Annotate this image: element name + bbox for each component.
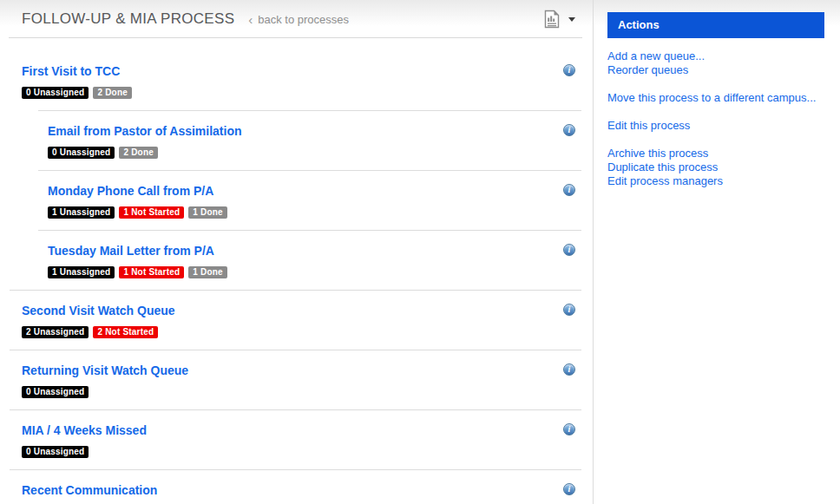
queue-row: Email from Pastor of Assimilation0 Unass… xyxy=(0,111,593,170)
actions-panel-title: Actions xyxy=(607,12,824,38)
badge-done: 1 Done xyxy=(188,266,227,278)
info-icon[interactable]: i xyxy=(563,244,575,256)
badge-not-started: 2 Not Started xyxy=(93,326,158,338)
info-icon-glyph: i xyxy=(568,305,571,314)
info-icon[interactable]: i xyxy=(563,64,575,76)
report-document-icon[interactable] xyxy=(544,10,560,29)
info-icon-glyph: i xyxy=(568,186,571,194)
queue-badges: 1 Unassigned1 Not Started1 Done xyxy=(48,263,575,278)
back-link-label: back to processes xyxy=(258,13,349,26)
queue-row: Tuesday Mail Letter from P/A1 Unassigned… xyxy=(0,231,593,290)
action-group: Add a new queue...Reorder queues xyxy=(607,49,824,77)
queue-badges: 0 Unassigned2 Done xyxy=(48,143,575,159)
badge-done: 2 Done xyxy=(119,147,158,159)
queue-row: First Visit to TCC0 Unassigned2 Donei xyxy=(0,51,593,110)
queue-link[interactable]: Tuesday Mail Letter from P/A xyxy=(48,244,214,259)
badge-unassigned: 0 Unassigned xyxy=(22,386,89,398)
queue-row: Second Visit Watch Queue2 Unassigned2 No… xyxy=(0,291,593,350)
info-icon-glyph: i xyxy=(568,365,571,374)
action-group: Edit this process xyxy=(607,119,824,133)
info-icon[interactable]: i xyxy=(563,483,575,495)
queue-badges: 1 Unassigned1 Not Started1 Done xyxy=(48,203,575,219)
action-link[interactable]: Archive this process xyxy=(607,147,824,160)
info-icon-glyph: i xyxy=(568,425,571,434)
info-icon-glyph: i xyxy=(568,126,571,134)
badge-done: 2 Done xyxy=(93,87,132,99)
action-link[interactable]: Reorder queues xyxy=(607,63,824,77)
badge-unassigned: 2 Unassigned xyxy=(22,326,89,338)
actions-sidebar: Actions Add a new queue...Reorder queues… xyxy=(594,0,840,504)
info-icon[interactable]: i xyxy=(563,304,575,316)
queue-link[interactable]: Second Visit Watch Queue xyxy=(22,304,175,318)
info-icon[interactable]: i xyxy=(563,124,575,136)
page-header: FOLLOW-UP & MIA PROCESS ‹back to process… xyxy=(0,0,593,38)
badge-unassigned: 0 Unassigned xyxy=(22,87,89,99)
queue-row: MIA / 4 Weeks Missed0 Unassignedi xyxy=(0,410,593,469)
info-icon-glyph: i xyxy=(568,485,571,494)
info-icon[interactable]: i xyxy=(563,184,575,196)
page-title: FOLLOW-UP & MIA PROCESS xyxy=(22,10,234,28)
info-icon[interactable]: i xyxy=(563,363,575,376)
queue-badges: 0 Unassigned2 Done xyxy=(22,83,575,99)
action-link[interactable]: Edit process managers xyxy=(607,174,824,188)
badge-unassigned: 0 Unassigned xyxy=(22,446,89,458)
action-group: Move this process to a different campus.… xyxy=(607,91,824,105)
chevron-left-icon: ‹ xyxy=(248,13,253,26)
badge-not-started: 1 Not Started xyxy=(119,206,184,219)
process-page: FOLLOW-UP & MIA PROCESS ‹back to process… xyxy=(0,0,840,504)
main-content: FOLLOW-UP & MIA PROCESS ‹back to process… xyxy=(0,0,594,504)
queue-link[interactable]: Monday Phone Call from P/A xyxy=(48,184,213,199)
badge-done: 1 Done xyxy=(188,206,227,219)
queue-badges: 0 Unassigned xyxy=(22,442,575,458)
caret-down-icon[interactable] xyxy=(568,17,575,22)
actions-panel: Actions Add a new queue...Reorder queues… xyxy=(607,12,824,188)
queue-badges: 0 Unassigned xyxy=(22,383,575,398)
queue-link[interactable]: Email from Pastor of Assimilation xyxy=(48,124,242,139)
queue-list: First Visit to TCC0 Unassigned2 DoneiEma… xyxy=(0,38,593,504)
action-link[interactable]: Move this process to a different campus.… xyxy=(607,91,824,105)
badge-unassigned: 1 Unassigned xyxy=(48,206,115,219)
info-icon-glyph: i xyxy=(568,245,571,254)
actions-links: Add a new queue...Reorder queuesMove thi… xyxy=(607,38,824,188)
info-icon-glyph: i xyxy=(568,66,571,75)
action-link[interactable]: Edit this process xyxy=(607,119,824,133)
action-link[interactable]: Add a new queue... xyxy=(607,49,824,63)
back-to-processes-link[interactable]: ‹back to processes xyxy=(248,13,349,26)
badge-unassigned: 1 Unassigned xyxy=(48,266,115,278)
header-icons xyxy=(544,10,581,29)
queue-link[interactable]: First Visit to TCC xyxy=(22,64,120,79)
queue-row: Monday Phone Call from P/A1 Unassigned1 … xyxy=(0,171,593,230)
action-link[interactable]: Duplicate this process xyxy=(607,160,824,174)
badge-not-started: 1 Not Started xyxy=(119,266,184,278)
queue-row: Recent Communication0 Unassignedi xyxy=(0,470,593,504)
queue-row: Returning Visit Watch Queue0 Unassignedi xyxy=(0,350,593,409)
action-group: Archive this processDuplicate this proce… xyxy=(607,147,824,188)
queue-badges: 2 Unassigned2 Not Started xyxy=(22,323,575,338)
queue-link[interactable]: Returning Visit Watch Queue xyxy=(22,363,188,378)
queue-link[interactable]: MIA / 4 Weeks Missed xyxy=(22,423,147,438)
info-icon[interactable]: i xyxy=(563,423,575,435)
badge-unassigned: 0 Unassigned xyxy=(48,147,115,159)
queue-link[interactable]: Recent Communication xyxy=(22,483,157,498)
